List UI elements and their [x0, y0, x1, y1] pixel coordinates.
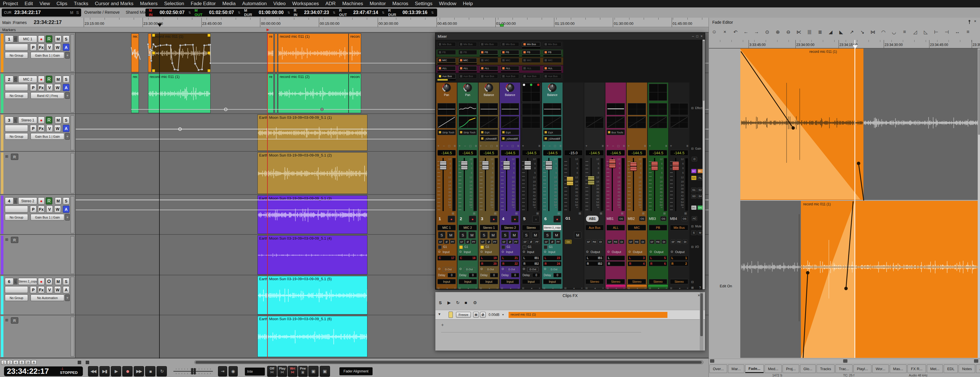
track-p-button[interactable]: P	[30, 125, 37, 132]
track-w-button[interactable]: W	[54, 44, 61, 51]
zoom-in-icon[interactable]: ⊕	[774, 29, 781, 35]
track-automation-selector[interactable]: Gain Bus 1 | Gain	[30, 133, 64, 140]
jog-handle[interactable]	[191, 368, 193, 374]
footer-icon[interactable]: ◂	[531, 287, 532, 290]
delete-icon[interactable]: ×	[721, 29, 729, 35]
footer-icon[interactable]: ≡	[624, 287, 625, 290]
fade-h-scroll-handle[interactable]	[843, 359, 848, 363]
direct-out-button[interactable]: D.Out	[548, 267, 560, 272]
channel-mute-button[interactable]: M	[447, 232, 455, 239]
meter-options-icon[interactable]: ⊞	[621, 212, 624, 215]
eq-display[interactable]	[458, 103, 477, 115]
menu-clips[interactable]: Clips	[57, 1, 67, 6]
curve-up-icon[interactable]: ◠	[880, 29, 887, 35]
fader-knob[interactable]	[566, 177, 573, 186]
plugin-slot-strip-tools[interactable]: Strip Tools	[438, 129, 456, 135]
add-automation-button[interactable]: +	[65, 133, 70, 140]
timeline-ruler[interactable]: Main :Frames23:34:22:1723:15:00:0023:30:…	[0, 18, 709, 27]
footer-icon[interactable]: ⊟	[522, 287, 524, 290]
strip-tool-[interactable]: −	[485, 144, 487, 148]
track-fx-button[interactable]: Fx	[38, 286, 45, 293]
strip-tool-[interactable]: ≡	[644, 144, 646, 148]
add-automation-button[interactable]: +	[65, 52, 70, 59]
panel-s3-button[interactable]: S3	[691, 194, 697, 199]
track-fx-button[interactable]: Fx	[38, 206, 45, 213]
fade-in-shape-icon[interactable]: ◢	[827, 29, 834, 35]
panel-s2-button[interactable]: S2	[697, 188, 703, 192]
bus-os-button[interactable]: OS	[618, 216, 624, 221]
track-zoom-strip[interactable]	[71, 317, 74, 356]
lines-icon[interactable]: ≣	[816, 29, 824, 35]
strip-tool-[interactable]: +	[438, 144, 439, 148]
strip--button[interactable]: Ø	[465, 240, 470, 244]
footer-icon[interactable]: ≡	[687, 287, 688, 290]
send-pb-ch6[interactable]: PB	[543, 50, 562, 54]
meter-options-icon[interactable]: ⊞	[452, 212, 454, 215]
track-zoom-strip[interactable]	[71, 277, 74, 314]
panel-dc-button[interactable]: DC	[691, 205, 697, 210]
play-button[interactable]: ▶	[111, 366, 121, 376]
strip-sf-button[interactable]: SF	[586, 240, 591, 244]
fader-knob[interactable]	[482, 161, 489, 170]
channel-record-button[interactable]: ●	[469, 216, 476, 223]
clip-handle[interactable]	[207, 69, 211, 72]
direct-out-button[interactable]: D.Out	[464, 267, 475, 272]
clip-handle[interactable]	[207, 34, 211, 37]
eq-display[interactable]	[585, 116, 604, 128]
level-readout[interactable]: -144.5	[543, 150, 562, 156]
strip-re-button[interactable]: RE	[592, 240, 597, 244]
track-automation-selector[interactable]: Band #2 | Freq	[30, 92, 64, 99]
tab-adr[interactable]: ADR	[976, 364, 980, 373]
fader-knob[interactable]	[609, 159, 616, 168]
track-mute-button[interactable]: M	[55, 76, 61, 83]
panel-s4-button[interactable]: S4	[697, 194, 703, 199]
send-aux-bus-ch5[interactable]: Aux Bus	[522, 74, 540, 78]
strip-name[interactable]: Stereo 2	[501, 225, 519, 231]
fade-editor-panel[interactable]: Fade Editor×☺×↶←→⊙⊕⊖⋉|||≣◢◣↗↘⋈◠◡≡◿◺⊢⊣↔≡3…	[709, 18, 980, 377]
strip-sf-button[interactable]: SF	[671, 240, 676, 244]
plugin-slot-ghosteffect[interactable]: _GhostEffect_	[543, 136, 562, 142]
strip-type-box[interactable]: Input	[480, 279, 498, 284]
close-icon[interactable]: ×	[974, 19, 976, 24]
audio-clip[interactable]: record mic 011 (1)	[278, 33, 348, 72]
track-name[interactable]: Stereo 1	[18, 116, 37, 124]
track-name[interactable]: Stereo 2_copy	[18, 278, 37, 285]
send-mix-bus-ch3[interactable]: Mix Bus	[480, 42, 498, 46]
maximize-icon[interactable]: □	[696, 34, 698, 38]
io-assign[interactable]: RIB2	[585, 261, 604, 266]
footer-icon[interactable]: ≡	[454, 287, 456, 290]
track-number[interactable]: 1	[5, 35, 13, 43]
plugin-slot-strip-tools[interactable]: Strip Tools	[458, 129, 477, 135]
g1-checkbox[interactable]	[501, 245, 505, 249]
strip-name[interactable]: MIC	[628, 225, 646, 231]
audio-clip[interactable]: record	[348, 33, 361, 72]
track-number[interactable]: 6	[5, 278, 13, 285]
eq-display[interactable]	[628, 116, 646, 128]
m-out-value[interactable]: 01:02:50:07	[209, 10, 234, 15]
track-mute-button[interactable]: M	[55, 116, 61, 124]
footer-icon[interactable]: ◂	[510, 287, 511, 290]
channel-mute-button[interactable]: M	[511, 232, 518, 239]
footer-icon[interactable]: ≡	[602, 287, 604, 290]
spinner-icon[interactable]: ⇅	[382, 11, 384, 14]
tab-fx-r[interactable]: FX R...	[907, 364, 926, 373]
plugin-slot-eqx[interactable]: EqX	[480, 129, 498, 135]
io-assign[interactable]: R6	[649, 261, 667, 266]
io-assign[interactable]: R	[606, 261, 625, 266]
automation-arm-button[interactable]: R	[46, 76, 52, 83]
track-number[interactable]: 4	[5, 197, 13, 205]
collapse-icon[interactable]: ⊟	[691, 107, 694, 110]
audio-clip[interactable]: record	[348, 74, 361, 113]
track-info-field[interactable]	[5, 286, 28, 293]
send-pb-ch2[interactable]: PB	[458, 50, 477, 54]
strip--button[interactable]: Ø	[528, 240, 534, 244]
level-readout[interactable]: -144.5	[606, 150, 625, 156]
automation-prw-button[interactable]: Prw▣	[298, 366, 308, 377]
io-assign[interactable]: L3	[628, 256, 646, 261]
strip-tool-[interactable]: −	[464, 144, 466, 148]
footer-icon[interactable]: ≡	[518, 287, 519, 290]
strip-di-button[interactable]: DI	[682, 240, 688, 244]
send-all-ch3[interactable]: ALL	[480, 66, 498, 70]
track-v-button[interactable]: V	[46, 286, 53, 293]
menu-edit[interactable]: Edit	[25, 1, 33, 6]
